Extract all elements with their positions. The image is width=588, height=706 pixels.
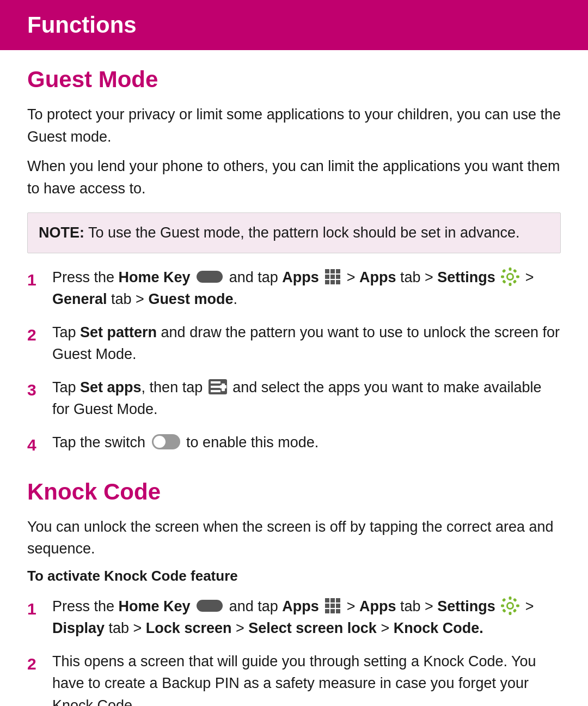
kc-home-key-icon: [197, 600, 223, 612]
svg-rect-38: [501, 605, 504, 607]
svg-rect-6: [325, 280, 329, 284]
svg-rect-29: [330, 604, 335, 608]
svg-rect-20: [211, 381, 220, 384]
svg-rect-17: [502, 279, 506, 284]
note-text: To use the Guest mode, the pattern lock …: [84, 224, 520, 241]
page-content: Guest Mode To protect your privacy or li…: [0, 66, 588, 706]
svg-rect-26: [330, 598, 335, 602]
svg-rect-37: [509, 612, 512, 615]
step-3-content: Tap Set apps, then tap and select the ap…: [52, 376, 561, 421]
guest-mode-section: Guest Mode To protect your privacy or li…: [27, 66, 561, 457]
step-1-content: Press the Home Key and tap Apps: [52, 266, 561, 311]
step-number-4: 4: [27, 433, 47, 457]
knock-code-title: Knock Code: [27, 479, 561, 505]
svg-rect-4: [330, 275, 335, 279]
kc-apps-grid-icon: [324, 597, 341, 614]
kc-step-number-1: 1: [27, 597, 47, 621]
svg-rect-2: [336, 269, 340, 273]
svg-rect-1: [330, 269, 335, 273]
svg-rect-14: [516, 276, 519, 278]
guest-mode-step-2: 2 Tap Set pattern and draw the pattern y…: [27, 321, 561, 366]
add-list-icon: [209, 379, 227, 394]
home-key-icon: [197, 271, 223, 283]
svg-rect-16: [513, 279, 517, 284]
svg-rect-43: [513, 598, 517, 602]
svg-rect-15: [502, 269, 506, 273]
step1-general-label: General: [52, 291, 107, 307]
step-number-2: 2: [27, 322, 47, 347]
svg-rect-41: [513, 608, 517, 613]
step3-setapps-label: Set apps: [80, 379, 142, 395]
svg-rect-5: [336, 275, 340, 279]
svg-rect-27: [336, 598, 340, 602]
svg-point-10: [508, 275, 512, 279]
svg-rect-31: [325, 609, 329, 613]
settings-gear-icon: [500, 267, 520, 287]
guest-mode-step-1: 1 Press the Home Key and tap Apps: [27, 266, 561, 311]
svg-rect-13: [501, 276, 504, 278]
svg-rect-36: [509, 597, 512, 600]
kc-step-1-content: Press the Home Key and tap Apps: [52, 595, 561, 640]
kc-step-number-2: 2: [27, 652, 47, 676]
svg-rect-40: [502, 598, 506, 602]
svg-rect-30: [336, 604, 340, 608]
kc-lockscreen-label: Lock screen: [146, 620, 232, 636]
step1-apps-label: Apps: [282, 269, 319, 285]
kc-settings-label: Settings: [437, 598, 495, 614]
toggle-switch-icon: [152, 434, 180, 449]
step-number-1: 1: [27, 267, 47, 292]
page-title: Functions: [27, 12, 561, 38]
svg-rect-24: [220, 385, 226, 388]
step1-homekey-label: Home Key: [119, 269, 191, 285]
guest-mode-title: Guest Mode: [27, 66, 561, 93]
step-4-content: Tap the switch to enable this mode.: [52, 431, 561, 454]
svg-rect-18: [513, 269, 517, 273]
kc-step-2-content: This opens a screen that will guide you …: [52, 650, 561, 707]
knock-code-steps: 1 Press the Home Key and tap Apps: [27, 595, 561, 707]
step1-settings-label: Settings: [437, 269, 495, 285]
step2-setpattern-label: Set pattern: [80, 324, 157, 340]
kc-display-label: Display: [52, 620, 105, 636]
svg-rect-39: [516, 605, 519, 607]
knock-code-subtitle: To activate Knock Code feature: [27, 568, 561, 585]
svg-rect-21: [211, 386, 220, 388]
svg-point-35: [508, 604, 512, 608]
step-number-3: 3: [27, 378, 47, 402]
note-label: NOTE:: [39, 224, 84, 241]
kc-apps2-label: Apps: [359, 598, 396, 614]
knock-code-section: Knock Code You can unlock the screen whe…: [27, 479, 561, 707]
step1-guestmode-label: Guest mode: [148, 291, 233, 307]
svg-rect-12: [509, 283, 512, 286]
svg-rect-42: [502, 608, 506, 613]
svg-rect-25: [325, 598, 329, 602]
knock-code-intro: You can unlock the screen when the scree…: [27, 516, 561, 560]
svg-rect-33: [336, 609, 340, 613]
note-box: NOTE: To use the Guest mode, the pattern…: [27, 212, 561, 253]
knock-code-step-2: 2 This opens a screen that will guide yo…: [27, 650, 561, 707]
page-header: Functions: [0, 0, 588, 50]
svg-rect-22: [211, 390, 220, 392]
svg-rect-3: [325, 275, 329, 279]
apps-grid-icon: [324, 268, 341, 285]
svg-rect-28: [325, 604, 329, 608]
kc-selectscreenlock-label: Select screen lock: [248, 620, 377, 636]
guest-mode-step-4: 4 Tap the switch to enable this mode.: [27, 431, 561, 457]
kc-apps-label: Apps: [282, 598, 319, 614]
kc-settings-gear-icon: [500, 596, 520, 616]
svg-rect-7: [330, 280, 335, 284]
kc-homekey-label: Home Key: [119, 598, 191, 614]
svg-rect-0: [325, 269, 329, 273]
knock-code-step-1: 1 Press the Home Key and tap Apps: [27, 595, 561, 640]
svg-rect-8: [336, 280, 340, 284]
guest-mode-step-3: 3 Tap Set apps, then tap and select the …: [27, 376, 561, 421]
svg-rect-32: [330, 609, 335, 613]
svg-rect-11: [509, 267, 512, 271]
step1-apps2-label: Apps: [359, 269, 396, 285]
guest-mode-intro1: To protect your privacy or limit some ap…: [27, 104, 561, 148]
guest-mode-intro2: When you lend your phone to others, you …: [27, 155, 561, 199]
guest-mode-steps: 1 Press the Home Key and tap Apps: [27, 266, 561, 457]
step-2-content: Tap Set pattern and draw the pattern you…: [52, 321, 561, 366]
kc-knockcode-label: Knock Code.: [394, 620, 483, 636]
